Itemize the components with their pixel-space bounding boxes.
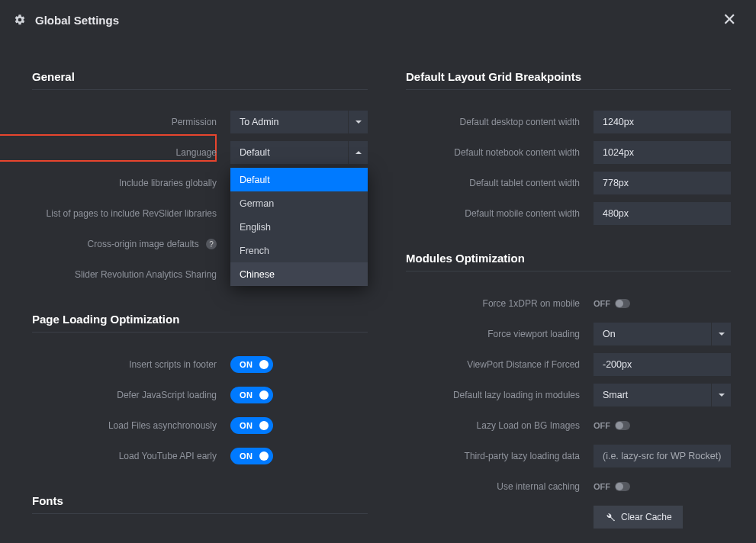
tablet-width-input[interactable]: 778px	[594, 172, 731, 194]
chevron-down-icon	[711, 323, 731, 345]
section-fonts-title: Fonts	[32, 494, 368, 507]
lazy-loading-value: Smart	[594, 390, 711, 400]
force-viewport-value: On	[594, 329, 711, 339]
page-title: Global Settings	[35, 14, 716, 27]
row-defer-js: Defer JavaScript loading ON	[32, 380, 368, 410]
pages-include-label: List of pages to include RevSlider libra…	[32, 208, 230, 219]
row-language: Language Default Default German English …	[32, 137, 368, 168]
toggle-knob-icon	[259, 421, 269, 430]
language-option-german[interactable]: German	[230, 191, 368, 215]
desktop-width-label: Default desktop content width	[406, 117, 594, 127]
force-viewport-label: Force viewport loading	[406, 329, 594, 339]
include-libraries-label: Include libraries globally	[32, 178, 230, 188]
close-icon[interactable]: ✕	[716, 7, 742, 33]
section-modules-title: Modules Optimization	[406, 252, 731, 265]
desktop-width-input[interactable]: 1240px	[594, 111, 731, 133]
permission-label: Permission	[32, 117, 230, 127]
help-icon[interactable]: ?	[206, 239, 217, 249]
clear-cache-label: Clear Cache	[621, 512, 672, 522]
left-column: General Permission To Admin Language Def…	[32, 70, 368, 532]
row-desktop-width: Default desktop content width 1240px	[406, 107, 731, 137]
row-load-async: Load Files asynchronously ON	[32, 410, 368, 441]
force-dpr-toggle[interactable]: OFF	[594, 299, 630, 308]
tablet-width-label: Default tablet content width	[406, 178, 594, 188]
row-permission: Permission To Admin	[32, 107, 368, 137]
toggle-track-icon	[615, 482, 630, 491]
row-viewport-distance: ViewPort Distance if Forced -200px	[406, 349, 731, 380]
divider	[32, 332, 368, 333]
lazy-bg-label: Lazy Load on BG Images	[406, 420, 594, 431]
toggle-knob-icon	[259, 360, 269, 369]
language-option-default[interactable]: Default	[230, 168, 368, 191]
toggle-track-icon	[615, 421, 630, 430]
language-select-value: Default	[230, 147, 348, 158]
toggle-knob-icon	[259, 390, 269, 400]
insert-footer-toggle[interactable]: ON	[230, 356, 273, 373]
third-party-label: Third-party lazy loading data	[406, 451, 594, 461]
internal-caching-toggle[interactable]: OFF	[594, 482, 630, 491]
cross-origin-text: Cross-origin image defaults	[88, 239, 199, 249]
section-general-title: General	[32, 70, 368, 83]
language-dropdown: Default German English French Chinese	[230, 168, 368, 286]
language-select[interactable]: Default	[230, 141, 368, 164]
third-party-input[interactable]: (i.e. lazy-src for WP Rocket)	[594, 445, 731, 467]
row-force-viewport: Force viewport loading On	[406, 319, 731, 349]
notebook-width-input[interactable]: 1024px	[594, 141, 731, 164]
clear-cache-button[interactable]: Clear Cache	[594, 506, 683, 529]
row-force-dpr: Force 1xDPR on mobile OFF	[406, 288, 731, 319]
row-lazy-bg: Lazy Load on BG Images OFF	[406, 410, 731, 441]
load-async-toggle[interactable]: ON	[230, 417, 273, 434]
defer-js-toggle[interactable]: ON	[230, 387, 273, 403]
right-column: Default Layout Grid Breakpoints Default …	[406, 70, 731, 532]
toggle-knob-icon	[259, 451, 269, 461]
row-tablet-width: Default tablet content width 778px	[406, 168, 731, 198]
mobile-width-input[interactable]: 480px	[594, 202, 731, 225]
load-async-label: Load Files asynchronously	[32, 420, 230, 431]
permission-select-value: To Admin	[230, 117, 348, 127]
divider	[406, 89, 731, 90]
lazy-loading-label: Default lazy loading in modules	[406, 390, 594, 400]
chevron-down-icon	[711, 384, 731, 406]
language-label: Language	[32, 147, 230, 158]
defer-js-label: Defer JavaScript loading	[32, 390, 230, 400]
row-internal-caching: Use internal caching OFF	[406, 471, 731, 502]
divider	[32, 513, 368, 514]
internal-caching-label: Use internal caching	[406, 481, 594, 492]
row-third-party: Third-party lazy loading data (i.e. lazy…	[406, 441, 731, 471]
divider	[406, 271, 731, 272]
lazy-bg-toggle[interactable]: OFF	[594, 421, 630, 430]
viewport-distance-label: ViewPort Distance if Forced	[406, 359, 594, 370]
toggle-track-icon	[615, 299, 630, 308]
gear-icon	[14, 14, 26, 26]
lazy-loading-select[interactable]: Smart	[594, 384, 731, 406]
row-insert-footer: Insert scripts in footer ON	[32, 349, 368, 380]
force-viewport-select[interactable]: On	[594, 323, 731, 345]
language-option-english[interactable]: English	[230, 215, 368, 239]
youtube-api-label: Load YouTube API early	[32, 451, 230, 461]
titlebar: Global Settings ✕	[0, 0, 756, 40]
row-clear-cache: Clear Cache	[406, 502, 731, 532]
wrench-icon	[604, 512, 615, 522]
language-option-french[interactable]: French	[230, 239, 368, 262]
row-lazy-loading: Default lazy loading in modules Smart	[406, 380, 731, 410]
section-page-loading-title: Page Loading Optimization	[32, 313, 368, 326]
chevron-down-icon	[348, 111, 368, 133]
permission-select[interactable]: To Admin	[230, 111, 368, 133]
row-mobile-width: Default mobile content width 480px	[406, 198, 731, 229]
cross-origin-label: Cross-origin image defaults ?	[32, 239, 230, 250]
row-youtube-api: Load YouTube API early ON	[32, 441, 368, 471]
force-dpr-label: Force 1xDPR on mobile	[406, 298, 594, 309]
divider	[32, 89, 368, 90]
analytics-label: Slider Revolution Analytics Sharing	[32, 269, 230, 280]
insert-footer-label: Insert scripts in footer	[32, 359, 230, 370]
section-breakpoints-title: Default Layout Grid Breakpoints	[406, 70, 731, 83]
viewport-distance-input[interactable]: -200px	[594, 353, 731, 376]
mobile-width-label: Default mobile content width	[406, 208, 594, 219]
language-option-chinese[interactable]: Chinese	[230, 262, 368, 286]
notebook-width-label: Default notebook content width	[406, 147, 594, 158]
row-notebook-width: Default notebook content width 1024px	[406, 137, 731, 168]
chevron-up-icon	[348, 141, 368, 164]
youtube-api-toggle[interactable]: ON	[230, 448, 273, 464]
